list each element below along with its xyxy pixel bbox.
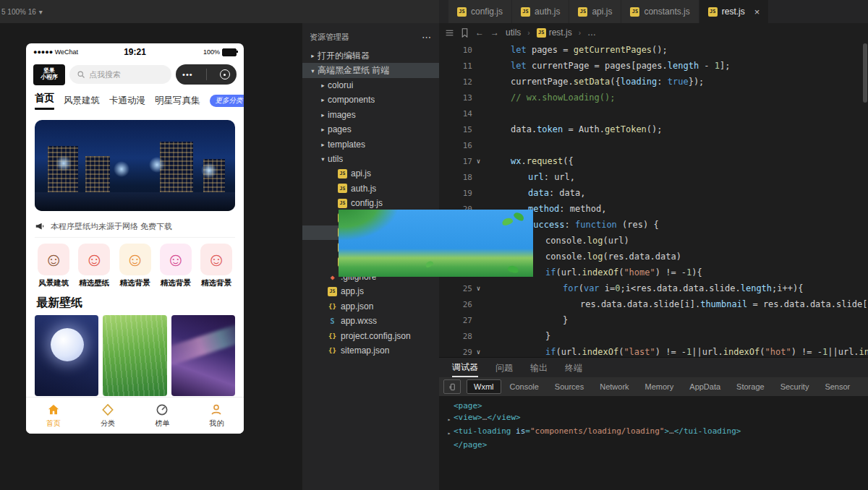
tabbar-item-首页[interactable]: 首页 — [26, 397, 80, 434]
code-area[interactable]: 10let pages = getCurrentPages();11let cu… — [439, 42, 862, 358]
wallpaper-thumbnail-moon[interactable] — [35, 315, 98, 396]
file-type-js-icon: JS — [338, 169, 347, 179]
expand-arrow-icon[interactable]: ▸ — [445, 412, 454, 426]
tree-row-images[interactable]: ▸images — [302, 108, 439, 122]
category-item-风景建筑[interactable]: ☺风景建筑 — [35, 244, 72, 288]
tabbar-item-榜单[interactable]: 榜单 — [135, 397, 190, 434]
tree-row-project.config.json[interactable]: {}project.config.json — [302, 328, 439, 343]
breadcrumb-file[interactable]: JSrest.js — [537, 27, 572, 38]
wxml-node[interactable]: ▸<tui-loading is="components/loading/loa… — [445, 426, 868, 439]
code-line: 10let pages = getCurrentPages(); — [439, 42, 862, 58]
debugger-tab-问题[interactable]: 问题 — [495, 358, 513, 377]
forward-arrow-icon[interactable]: → — [490, 27, 499, 38]
devtools-tab-AppData[interactable]: AppData — [682, 379, 728, 394]
tree-item-label: colorui — [328, 80, 353, 90]
rank-icon — [155, 403, 169, 417]
more-categories-button[interactable]: 更多分类 — [210, 95, 244, 107]
category-item-精选背景[interactable]: ☺精选背景 — [157, 244, 195, 288]
devtools-tab-Sensor[interactable]: Sensor — [817, 379, 857, 394]
file-tab-rest.js[interactable]: JSrest.js× — [699, 0, 770, 23]
category-nav-tabs: 首页风景建筑卡通动漫明星写真集 更多分类 — [26, 88, 244, 113]
tree-row-auth.js[interactable]: JSauth.js — [302, 181, 439, 196]
nav-tab-明星写真集[interactable]: 明星写真集 — [155, 95, 200, 107]
banner-carousel[interactable] — [35, 120, 235, 211]
nav-tab-list: 首页风景建筑卡通动漫明星写真集 — [35, 92, 200, 110]
tree-row-components[interactable]: ▸components — [302, 93, 439, 107]
bottom-tab-bar: 首页分类榜单我的 — [26, 397, 244, 434]
leaf-decoration — [501, 217, 514, 227]
zoom-control[interactable]: 5 100% 16 ▾ — [1, 0, 43, 23]
wallpaper-thumbnail-aurora[interactable] — [171, 315, 235, 396]
wxml-node[interactable]: <page> — [445, 400, 868, 412]
wxml-node[interactable]: ▸<view>…</view> — [445, 412, 868, 426]
category-item-精选背景[interactable]: ☺精选背景 — [197, 244, 235, 288]
top-toolbar: 5 100% 16 ▾ JSconfig.jsJSauth.jsJSapi.js… — [0, 0, 868, 23]
tree-row-api.js[interactable]: JSapi.js — [302, 166, 439, 181]
editor-scrollbar[interactable] — [863, 43, 867, 103]
file-tab-auth.js[interactable]: JSauth.js — [512, 0, 569, 23]
file-tab-api.js[interactable]: JSapi.js — [569, 0, 621, 23]
wxml-inspector[interactable]: <page>▸<view>…</view>▸<tui-loading is="c… — [439, 396, 868, 490]
wxml-node[interactable]: </page> — [445, 439, 868, 451]
search-input[interactable]: 点我搜索 — [69, 65, 171, 84]
more-actions-icon[interactable]: ⋯ — [422, 32, 432, 43]
tree-row-utils[interactable]: ▾utils — [302, 152, 439, 166]
line-number: 28 — [439, 332, 472, 341]
code-line: 11let currentPage = pages[pages.length -… — [439, 58, 862, 74]
fold-chevron-icon[interactable]: ∨ — [472, 348, 485, 356]
breadcrumb-more[interactable]: … — [587, 27, 596, 38]
foliage-decoration — [339, 210, 398, 240]
editor-list-icon[interactable] — [445, 28, 454, 38]
wallpaper-thumbnail-grass[interactable] — [103, 315, 166, 396]
tree-row-高端黑金壁纸 前端[interactable]: ▾高端黑金壁纸 前端 — [302, 63, 439, 77]
tree-row-app.js[interactable]: JSapp.js — [302, 284, 439, 298]
fold-chevron-icon[interactable]: ∨ — [472, 158, 485, 165]
expand-arrow-icon[interactable]: ▸ — [445, 426, 454, 439]
category-item-精选壁纸[interactable]: ☺精选壁纸 — [75, 244, 113, 288]
tree-item-label: api.js — [351, 168, 371, 179]
devtools-tab-Console[interactable]: Console — [503, 379, 546, 394]
file-tab-config.js[interactable]: JSconfig.js — [448, 0, 512, 23]
back-arrow-icon[interactable]: ← — [475, 27, 484, 38]
debugger-tab-输出[interactable]: 输出 — [530, 358, 548, 377]
nav-tab-风景建筑[interactable]: 风景建筑 — [64, 95, 100, 107]
file-tab-constants.js[interactable]: JSconstants.js — [621, 0, 699, 23]
file-tab-label: auth.js — [535, 7, 560, 17]
tree-item-label: utils — [328, 154, 343, 164]
tree-row-app.json[interactable]: {}app.json — [302, 299, 439, 314]
code-editor[interactable]: ← → utils › JSrest.js › … 10let pages = … — [439, 23, 868, 358]
tabbar-item-分类[interactable]: 分类 — [80, 397, 135, 434]
device-toggle-button[interactable] — [443, 379, 461, 394]
devtools-tab-Security[interactable]: Security — [773, 379, 817, 394]
notice-marquee[interactable]: 本程序壁纸均来源于网络 免费下载 — [35, 215, 235, 238]
tree-row-sitemap.json[interactable]: {}sitemap.json — [302, 343, 439, 358]
tree-row-config.js[interactable]: JSconfig.js — [302, 196, 439, 210]
tree-row-templates[interactable]: ▸templates — [302, 137, 439, 151]
line-number: 25 — [439, 284, 472, 293]
tree-arrow-icon: ▸ — [318, 141, 328, 148]
devtools-tab-Wxml[interactable]: Wxml — [467, 379, 501, 394]
more-menu-button[interactable]: ••• — [182, 70, 193, 79]
tree-row-pages[interactable]: ▸pages — [302, 122, 439, 137]
nav-tab-首页[interactable]: 首页 — [35, 92, 54, 110]
devtools-tab-Storage[interactable]: Storage — [729, 379, 772, 394]
smiley-face-icon: ☺ — [125, 250, 145, 269]
file-type-js-icon: JS — [338, 199, 347, 208]
tree-row-打开的编辑器[interactable]: ▸打开的编辑器 — [302, 48, 439, 63]
debugger-tab-调试器[interactable]: 调试器 — [452, 358, 478, 377]
fold-chevron-icon[interactable]: ∨ — [472, 285, 485, 292]
nav-tab-卡通动漫[interactable]: 卡通动漫 — [109, 95, 145, 107]
debugger-tab-终端[interactable]: 终端 — [565, 358, 582, 377]
devtools-tab-Sources[interactable]: Sources — [548, 379, 591, 394]
minimize-target-icon[interactable] — [220, 69, 230, 79]
breadcrumb-folder[interactable]: utils — [506, 27, 521, 38]
bookmark-icon[interactable] — [461, 28, 469, 38]
category-item-精选背景[interactable]: ☺精选背景 — [116, 244, 154, 288]
tree-row-colorui[interactable]: ▸colorui — [302, 78, 439, 93]
tabbar-item-我的[interactable]: 我的 — [190, 397, 244, 434]
home-icon — [46, 403, 61, 417]
devtools-tab-Network[interactable]: Network — [592, 379, 636, 394]
devtools-tab-Memory[interactable]: Memory — [638, 379, 681, 394]
tab-close-icon[interactable]: × — [754, 7, 760, 17]
tree-row-app.wxss[interactable]: Sapp.wxss — [302, 314, 439, 328]
